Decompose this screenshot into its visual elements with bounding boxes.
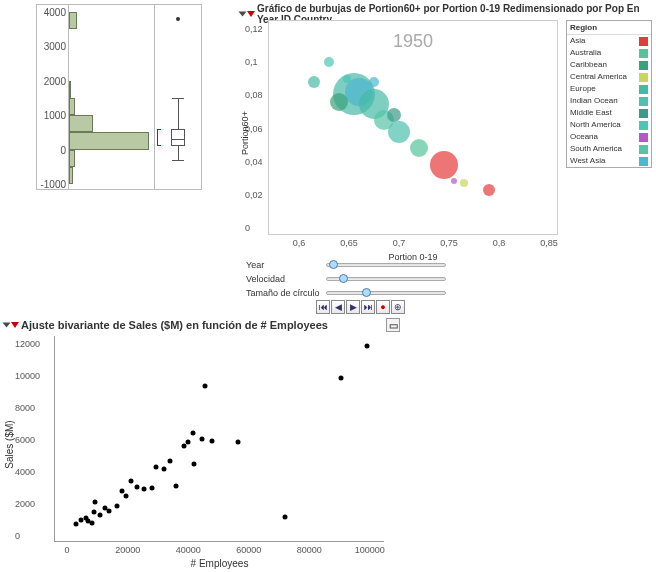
scatter-point[interactable] <box>339 376 344 381</box>
scatter-point[interactable] <box>283 515 288 520</box>
legend-row[interactable]: Oceana <box>567 131 651 143</box>
bubble-point[interactable] <box>324 57 334 67</box>
scatter-point[interactable] <box>154 464 159 469</box>
scatter-point[interactable] <box>74 522 79 527</box>
legend-swatch <box>639 37 648 46</box>
bubble-point[interactable] <box>343 75 351 83</box>
transport-button[interactable]: ⏭ <box>361 300 375 314</box>
legend-label: West Asia <box>570 155 605 167</box>
scatter-point[interactable] <box>149 485 154 490</box>
bubble-point[interactable] <box>330 93 348 111</box>
boxplot-area <box>155 5 201 189</box>
bubble-point[interactable] <box>387 108 401 122</box>
scatter-point[interactable] <box>174 484 179 489</box>
scatter-point[interactable] <box>115 504 120 509</box>
slider-thumb[interactable] <box>329 260 338 269</box>
scatter-point[interactable] <box>142 486 147 491</box>
legend-row[interactable]: Europe <box>567 83 651 95</box>
transport-button[interactable]: ▶ <box>346 300 360 314</box>
scatter-ytick: 10000 <box>15 371 40 381</box>
scatter-point[interactable] <box>199 437 204 442</box>
scatter-point[interactable] <box>107 508 112 513</box>
bubble-point[interactable] <box>451 178 457 184</box>
legend-row[interactable]: North America <box>567 119 651 131</box>
transport-button[interactable]: ⏮ <box>316 300 330 314</box>
legend-label: Central America <box>570 71 627 83</box>
scatter-ytick: 8000 <box>15 403 35 413</box>
legend-label: Oceana <box>570 131 598 143</box>
legend-row[interactable]: Indian Ocean <box>567 95 651 107</box>
bubble-point[interactable] <box>430 151 458 179</box>
scatter-title: Ajuste bivariante de Sales ($M) en funci… <box>21 319 328 331</box>
scatter-point[interactable] <box>119 488 124 493</box>
legend-label: Asia <box>570 35 586 47</box>
bubble-point[interactable] <box>410 139 428 157</box>
bubble-ytick: 0 <box>245 223 250 233</box>
whisker-cap <box>172 98 184 99</box>
scatter-point[interactable] <box>202 384 207 389</box>
slider-track[interactable] <box>326 263 446 267</box>
scatter-point[interactable] <box>91 510 96 515</box>
slider-track[interactable] <box>326 291 446 295</box>
scatter-point[interactable] <box>181 444 186 449</box>
scatter-point[interactable] <box>92 500 97 505</box>
bubble-point[interactable] <box>388 121 410 143</box>
scatter-point[interactable] <box>134 484 139 489</box>
menu-icon[interactable] <box>11 322 19 328</box>
whisker-cap <box>172 160 184 161</box>
scatter-header: Ajuste bivariante de Sales ($M) en funci… <box>2 316 402 334</box>
scatter-point[interactable] <box>210 438 215 443</box>
legend-swatch <box>639 157 648 166</box>
legend-label: Middle East <box>570 107 612 119</box>
bubble-point[interactable] <box>369 77 379 87</box>
legend-label: Indian Ocean <box>570 95 618 107</box>
bubble-point[interactable] <box>308 76 320 88</box>
hist-ytick: 2000 <box>44 75 66 86</box>
hist-bar <box>69 115 93 132</box>
slider-thumb[interactable] <box>362 288 371 297</box>
slider-track[interactable] <box>326 277 446 281</box>
hist-ytick: -1000 <box>40 179 66 190</box>
scatter-point[interactable] <box>186 440 191 445</box>
scatter-ytick: 0 <box>15 531 20 541</box>
bubble-xtick: 0,85 <box>540 238 558 248</box>
scatter-point[interactable] <box>161 466 166 471</box>
scatter-xtick: 100000 <box>355 545 385 555</box>
legend-row[interactable]: South America <box>567 143 651 155</box>
slider-thumb[interactable] <box>339 274 348 283</box>
menu-icon[interactable] <box>247 11 255 17</box>
disclosure-icon[interactable] <box>3 323 11 328</box>
legend-row[interactable]: Central America <box>567 71 651 83</box>
scatter-plot-area[interactable]: # Employees Sales ($M) 02000040000600008… <box>54 336 384 542</box>
scatter-point[interactable] <box>98 512 103 517</box>
bubble-point[interactable] <box>460 179 468 187</box>
bubble-ytick: 0,04 <box>245 157 263 167</box>
slider-label: Tamaño de círculo <box>246 288 320 298</box>
scatter-point[interactable] <box>128 478 133 483</box>
scatter-xtick: 20000 <box>115 545 140 555</box>
transport-button[interactable]: ⊕ <box>391 300 405 314</box>
bubble-point[interactable] <box>483 184 495 196</box>
legend-row[interactable]: Caribbean <box>567 59 651 71</box>
whisker <box>178 98 179 129</box>
scatter-point[interactable] <box>192 461 197 466</box>
scatter-point[interactable] <box>190 430 195 435</box>
bubble-xtick: 0,65 <box>340 238 358 248</box>
legend-row[interactable]: Asia <box>567 35 651 47</box>
transport-button[interactable]: ◀ <box>331 300 345 314</box>
transport-controls: ⏮◀▶⏭●⊕ <box>316 300 405 314</box>
scatter-panel: Ajuste bivariante de Sales ($M) en funci… <box>2 316 402 570</box>
scatter-point[interactable] <box>124 493 129 498</box>
scatter-point[interactable] <box>364 343 369 348</box>
bubble-plot-area[interactable]: 1950 Portion 0-19 Portion60+ 0,60,650,70… <box>268 20 558 235</box>
legend-row[interactable]: Middle East <box>567 107 651 119</box>
legend-row[interactable]: Australia <box>567 47 651 59</box>
scatter-point[interactable] <box>236 440 241 445</box>
disclosure-icon[interactable] <box>239 12 247 17</box>
legend-row[interactable]: West Asia <box>567 155 651 167</box>
scatter-point[interactable] <box>89 521 94 526</box>
transport-button[interactable]: ● <box>376 300 390 314</box>
hist-bar <box>69 167 73 184</box>
config-icon[interactable]: ▭ <box>386 318 400 332</box>
scatter-point[interactable] <box>168 459 173 464</box>
